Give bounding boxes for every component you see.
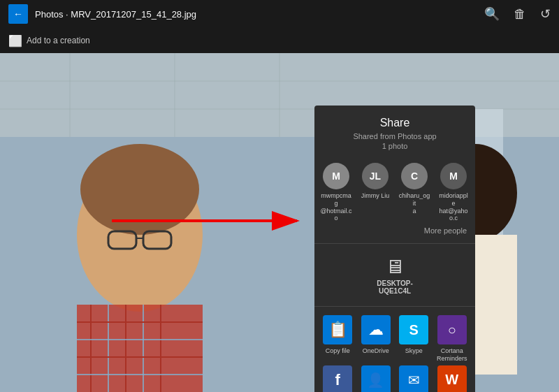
mail-icon-box: ✉ [399, 365, 428, 392]
avatar-circle-c: C [401, 163, 428, 189]
office-icon-box: W [437, 365, 467, 392]
titlebar: ← Photos · MRV_20171207_15_41_28.jpg 🔍 🗑… [0, 0, 559, 28]
avatar-chiharu[interactable]: C chiharu_ogita [398, 163, 430, 222]
add-creation-icon: ⬜ [8, 34, 22, 48]
copy-file-icon: 📋 [328, 321, 347, 339]
cortana-icon: ○ [448, 322, 456, 338]
avatar-circle-jl: JL [362, 163, 389, 189]
main-content: Share Shared from Photos app 1 photo M m… [0, 53, 559, 392]
red-arrow [108, 203, 311, 238]
mail-icon: ✉ [408, 372, 420, 389]
skype-label: Skype [405, 347, 423, 355]
apps-grid-row2: f 👤 ✉ W [314, 365, 475, 392]
avatar-circle-m2: M [440, 163, 467, 189]
add-creation-button[interactable]: ⬜ Add to a creation [8, 34, 90, 48]
people-icon-box: 👤 [361, 365, 391, 392]
avatar-name-m1: mwmpcmag@hotmail.co [320, 192, 352, 222]
app-copy-file[interactable]: 📋 Copy file [320, 315, 356, 363]
back-icon: ← [13, 8, 23, 20]
avatar-name-c: chiharu_ogita [398, 192, 430, 215]
copy-file-label: Copy file [326, 347, 350, 355]
people-row: M mwmpcmag@hotmail.co JL Jimmy Liu C chi… [314, 156, 475, 225]
share-subtitle: Shared from Photos app [323, 132, 467, 140]
app-facebook[interactable]: f [320, 365, 356, 392]
svg-rect-16 [77, 305, 203, 392]
nearby-device-item[interactable]: 🖥 DESKTOP-UQE1C4L [368, 252, 421, 298]
cortana-icon-box: ○ [437, 315, 467, 344]
office-icon: W [445, 372, 458, 388]
delete-icon[interactable]: 🗑 [514, 7, 526, 22]
avatar-name-jl: Jimmy Liu [361, 192, 390, 200]
nearby-device-name: DESKTOP-UQE1C4L [377, 280, 413, 295]
avatar-circle-m1: M [323, 163, 349, 189]
desktop-icon: 🖥 [385, 255, 405, 278]
facebook-icon-box: f [323, 365, 352, 392]
skype-icon-box: S [399, 315, 428, 344]
divider-1 [314, 243, 475, 244]
app-mail[interactable]: ✉ [396, 365, 432, 392]
toolbar: ⬜ Add to a creation [0, 28, 559, 53]
share-count: 1 photo [323, 142, 467, 150]
nearby-section: 🖥 DESKTOP-UQE1C4L [314, 247, 475, 303]
cortana-label: CortanaReminders [437, 347, 467, 363]
app-onedrive[interactable]: ☁ OneDrive [358, 315, 394, 363]
app-cortana[interactable]: ○ CortanaReminders [435, 315, 470, 363]
avatar-mwmpcmag[interactable]: M mwmpcmag@hotmail.co [320, 163, 352, 222]
divider-2 [314, 306, 475, 307]
app-skype[interactable]: S Skype [396, 315, 432, 363]
onedrive-icon-box: ☁ [361, 315, 391, 344]
avatar-midori[interactable]: M midoriapplehat@yahoo.c [437, 163, 470, 222]
avatar-jimmy[interactable]: JL Jimmy Liu [359, 163, 391, 222]
facebook-icon: f [335, 371, 340, 389]
share-header: Share Shared from Photos app 1 photo [314, 106, 475, 156]
avatar-name-m2: midoriapplehat@yahoo.c [437, 192, 470, 222]
onedrive-label: OneDrive [363, 347, 389, 355]
copy-file-icon-box: 📋 [323, 315, 352, 344]
window-title: Photos · MRV_20171207_15_41_28.jpg [35, 9, 196, 20]
info-icon[interactable]: ↺ [540, 6, 551, 22]
add-creation-label: Add to a creation [27, 36, 90, 45]
titlebar-icons: 🔍 🗑 ↺ [484, 6, 551, 22]
share-panel: Share Shared from Photos app 1 photo M m… [314, 106, 475, 392]
people-icon: 👤 [367, 372, 384, 389]
back-button[interactable]: ← [8, 4, 28, 24]
share-title: Share [323, 117, 467, 129]
app-office[interactable]: W [435, 365, 470, 392]
onedrive-icon: ☁ [368, 321, 384, 339]
apps-grid-row1: 📋 Copy file ☁ OneDrive S Skype ○ [314, 310, 475, 365]
app-people[interactable]: 👤 [358, 365, 394, 392]
skype-icon: S [409, 322, 419, 338]
search-icon[interactable]: 🔍 [484, 6, 500, 22]
more-people-link[interactable]: More people [314, 225, 475, 240]
